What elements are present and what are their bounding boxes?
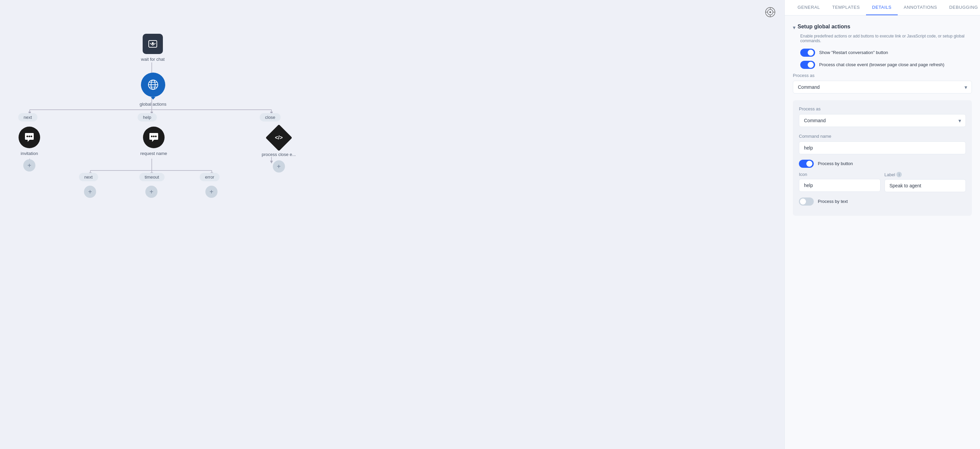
process-close-icon: </>: [266, 124, 292, 151]
add-process-close-button[interactable]: +: [273, 160, 285, 173]
sub-process-as-wrapper: Command ▾: [799, 114, 966, 127]
process-close-label: process close e...: [262, 152, 296, 157]
wait-for-chat-node[interactable]: wait for chat: [141, 34, 165, 62]
command-name-label: Command name: [799, 134, 966, 139]
close-badge: close: [260, 113, 281, 121]
request-name-icon: [143, 126, 165, 148]
flow-connectors: [0, 13, 784, 449]
restart-toggle-row: Show "Restart conversation" button: [800, 49, 972, 57]
icon-label-text: Icon: [799, 172, 880, 177]
global-actions-node[interactable]: global actions: [140, 73, 167, 107]
add-next-sub-button[interactable]: +: [84, 186, 96, 198]
process-by-button-toggle[interactable]: [799, 160, 814, 168]
tabs-header: GENERAL TEMPLATES DETAILS ANNOTATIONS DE…: [785, 0, 980, 16]
global-actions-label: global actions: [140, 102, 167, 107]
process-close-toggle-label: Process chat close event (browser page c…: [819, 62, 944, 68]
collapse-icon[interactable]: ▾: [793, 24, 795, 31]
process-as-select[interactable]: Command: [793, 81, 972, 94]
tab-annotations[interactable]: ANNOTATIONS: [898, 0, 943, 15]
invitation-icon: [19, 126, 40, 148]
add-timeout-button[interactable]: +: [145, 186, 158, 198]
process-by-text-row: Process by text: [799, 198, 966, 206]
next-sub-badge: next: [79, 173, 98, 181]
process-by-text-toggle[interactable]: [799, 198, 814, 206]
globe-icon: [141, 73, 165, 97]
right-panel: GENERAL TEMPLATES DETAILS ANNOTATIONS DE…: [784, 0, 980, 449]
error-badge: error: [200, 173, 220, 181]
svg-point-27: [27, 136, 28, 137]
help-badge: help: [138, 113, 157, 121]
process-by-text-label: Process by text: [818, 198, 848, 205]
tab-general[interactable]: GENERAL: [791, 0, 826, 15]
process-by-button-row: Process by button: [799, 160, 966, 168]
close-badge-node: close: [260, 113, 281, 121]
icon-label-row: Icon Label i: [799, 172, 966, 192]
add-next-button-container: +: [84, 186, 96, 198]
next-badge-node: next: [18, 113, 37, 121]
label-col: Label i: [885, 172, 966, 192]
label-label-text: Label i: [885, 172, 966, 177]
svg-point-29: [31, 136, 32, 137]
process-close-toggle-row: Process chat close event (browser page c…: [800, 61, 972, 69]
help-badge-node: help: [138, 113, 157, 121]
section-desc: Enable predefined actions or add buttons…: [800, 34, 972, 43]
invitation-node[interactable]: invitation +: [19, 126, 40, 171]
svg-point-30: [151, 136, 153, 137]
process-by-button-label: Process by button: [818, 161, 853, 167]
add-invitation-button[interactable]: +: [23, 159, 35, 171]
svg-point-32: [155, 136, 156, 137]
tab-templates[interactable]: TEMPLATES: [826, 0, 866, 15]
next-badge: next: [18, 113, 37, 121]
sub-process-as-label: Process as: [799, 106, 966, 112]
wait-label: wait for chat: [141, 57, 165, 62]
request-name-node[interactable]: request name: [140, 126, 167, 156]
sub-process-as-select[interactable]: Command: [799, 114, 966, 127]
process-as-select-wrapper: Command ▾: [793, 81, 972, 94]
svg-point-2: [770, 11, 771, 13]
timeout-badge: timeout: [139, 173, 165, 181]
restart-toggle-label: Show "Restart conversation" button: [819, 50, 888, 56]
section-header: ▾ Setup global actions: [793, 24, 972, 31]
add-error-button-container: +: [205, 186, 218, 198]
process-close-node[interactable]: </> process close e... +: [262, 128, 296, 173]
svg-point-21: [152, 42, 154, 44]
restart-toggle[interactable]: [800, 49, 815, 57]
command-name-input[interactable]: [799, 141, 966, 154]
label-info-icon: i: [896, 172, 902, 177]
svg-point-31: [153, 136, 154, 137]
process-as-label: Process as: [793, 73, 972, 78]
invitation-label: invitation: [21, 151, 38, 156]
sub-section-card: Process as Command ▾ Command name Proces…: [793, 100, 972, 216]
tab-details[interactable]: DETAILS: [866, 0, 898, 15]
section-title: Setup global actions: [797, 24, 850, 30]
svg-point-28: [29, 136, 30, 137]
label-input[interactable]: [885, 179, 966, 192]
process-close-toggle[interactable]: [800, 61, 815, 69]
wait-icon: [143, 34, 163, 54]
icon-input[interactable]: [799, 179, 880, 192]
canvas-area: wait for chat global actions next help: [0, 0, 784, 449]
panel-content: ▾ Setup global actions Enable predefined…: [785, 16, 980, 229]
add-error-button[interactable]: +: [205, 186, 218, 198]
tab-debugging[interactable]: DEBUGGING: [943, 0, 980, 15]
icon-col: Icon: [799, 172, 880, 192]
add-timeout-button-container: +: [145, 186, 158, 198]
request-name-label: request name: [140, 151, 167, 156]
